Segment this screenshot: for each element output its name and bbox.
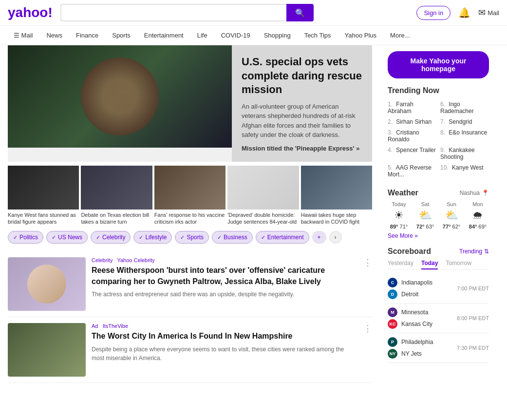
nav-mail[interactable]: ☰ Mail [8, 29, 38, 42]
pill-sports[interactable]: ✓ Sports [175, 231, 209, 244]
pill-entertainment[interactable]: ✓ Entertainment [256, 231, 309, 244]
thumb-item-1[interactable]: Kanye West fans stunned as bridal figure… [8, 166, 79, 226]
chiefs-name: Kansas City [401, 321, 432, 327]
thumb-image-4 [227, 166, 299, 210]
eagles-name: Philadelphia [401, 339, 433, 345]
score-game-3: P Philadelphia NY NY Jets 7:30 PM EDT [388, 333, 489, 363]
mail-label: Mail [488, 9, 499, 17]
trending-item-7[interactable]: 7. Sendgrid [440, 117, 489, 126]
pill-politics[interactable]: ✓ Politics [8, 231, 43, 244]
weather-temps-today: 89° 71° [388, 224, 410, 229]
weather-day-sun: Sun ⛅ 77° 62° [440, 201, 463, 229]
pill-entertainment-label: Entertainment [267, 234, 304, 241]
nav-life[interactable]: Life [191, 29, 213, 42]
nav-techtips[interactable]: Tech Tips [299, 29, 337, 42]
trending-grid: 1. Farrah Abraham 6. Ingo Rademacher 2. … [388, 100, 489, 179]
game-time-2: 8:00 PM EDT [457, 315, 489, 321]
pill-lifestyle-label: Lifestyle [145, 234, 167, 241]
nav-yahooplus[interactable]: Yahoo Plus [339, 29, 383, 42]
colts-name: Indianapolis [401, 279, 432, 286]
thumb-image-2 [81, 166, 152, 210]
nav-news[interactable]: News [40, 29, 68, 42]
weather-header: Weather Nashua 📍 [388, 189, 489, 197]
score-team-eagles: P Philadelphia [388, 337, 433, 347]
score-tab-today[interactable]: Today [421, 260, 438, 269]
thumb-item-3[interactable]: Fans' response to his vaccine criticism … [154, 166, 225, 226]
score-tab-yesterday[interactable]: Yesterday [388, 260, 413, 269]
trending-item-8[interactable]: 8. E&o Insurance [440, 128, 489, 144]
nav-finance[interactable]: Finance [70, 29, 104, 42]
score-tab-tomorrow[interactable]: Tomorrow [446, 260, 471, 269]
weather-icon-today: ☀ [388, 209, 410, 222]
pill-business[interactable]: ✓ Business [212, 231, 253, 244]
trending-item-6[interactable]: 6. Ingo Rademacher [440, 100, 489, 115]
pill-politics-label: Politics [19, 234, 38, 241]
check-icon-business: ✓ [217, 234, 222, 241]
search-input[interactable] [60, 4, 286, 21]
jets-name: NY Jets [401, 350, 433, 357]
sign-in-button[interactable]: Sign in [416, 6, 451, 20]
scoreboard-tabs: Yesterday Today Tomorrow [388, 260, 489, 270]
nav-covid[interactable]: COVID-19 [215, 29, 256, 42]
pill-arrow-right[interactable]: › [329, 231, 342, 244]
trending-sort-label: Trending [459, 248, 482, 255]
game-time-3: 7:30 PM EDT [457, 345, 489, 351]
pill-celebrity-label: Celebrity [102, 234, 125, 241]
nav-entertainment[interactable]: Entertainment [138, 29, 189, 42]
bell-icon[interactable]: 🔔 [458, 7, 470, 19]
make-yahoo-button[interactable]: Make Yahoo your homepage [388, 51, 489, 78]
trending-item-10[interactable]: 10. Kanye West [440, 163, 489, 179]
pill-celebrity[interactable]: ✓ Celebrity [91, 231, 131, 244]
trending-item-2[interactable]: 2. Sirhan Sirhan [388, 117, 436, 126]
article-options-2[interactable]: ⋮ [363, 323, 372, 334]
mail-icon: ✉ [478, 7, 486, 18]
thumb-item-4[interactable]: 'Depraved' double homicide: Judge senten… [227, 166, 299, 226]
article-title-2[interactable]: The Worst City In America Is Found In Ne… [92, 331, 357, 342]
article-category-1[interactable]: Celebrity [92, 257, 113, 263]
nav-sports[interactable]: Sports [106, 29, 136, 42]
nav-more[interactable]: More... [384, 29, 415, 42]
trending-label-2: Sirhan Sirhan [396, 118, 432, 125]
jets-logo: NY [388, 349, 397, 359]
pill-more[interactable]: + [312, 231, 326, 244]
weather-location[interactable]: Nashua 📍 [460, 190, 489, 196]
pill-lifestyle[interactable]: ✓ Lifestyle [133, 231, 172, 244]
article-title-1[interactable]: Reese Witherspoon 'burst into tears' ove… [92, 265, 357, 287]
weather-see-more[interactable]: See More » [388, 232, 489, 239]
mail-link[interactable]: ✉ Mail [478, 7, 499, 18]
filter-pills: ✓ Politics ✓ US News ✓ Celebrity ✓ Lifes… [8, 231, 372, 244]
weather-title: Weather [388, 189, 418, 197]
trending-item-3[interactable]: 3. Cristiano Ronaldo [388, 128, 436, 144]
game-time-1: 7:00 PM EDT [457, 286, 489, 291]
eagles-logo: P [388, 337, 397, 347]
trending-num-5: 5. [388, 164, 393, 171]
hero-title[interactable]: U.S. special ops vets complete daring re… [242, 55, 362, 97]
thumb-item-2[interactable]: Debate on Texas election bill takes a bi… [81, 166, 152, 226]
score-team-jets: NY NY Jets [388, 349, 433, 359]
pill-usnews-label: US News [58, 234, 82, 241]
main-layout: U.S. special ops vets complete daring re… [0, 45, 507, 391]
nav-shopping[interactable]: Shopping [258, 29, 297, 42]
trending-label-9: Kankakee Shooting [440, 147, 475, 160]
trending-label-6: Ingo Rademacher [440, 101, 474, 115]
score-teams-2: M Minnesota KC Kansas City [388, 307, 432, 329]
thumb-caption-1: Kanye West fans stunned as bridal figure… [8, 211, 79, 226]
article-source-1: Yahoo Celebrity [117, 257, 154, 263]
trending-item-1[interactable]: 1. Farrah Abraham [388, 100, 436, 115]
trending-item-9[interactable]: 9. Kankakee Shooting [440, 146, 489, 161]
search-button[interactable]: 🔍 [286, 4, 314, 21]
trending-num-3: 3. [388, 129, 393, 136]
article-options-1[interactable]: ⋮ [363, 257, 372, 268]
thumb-image-5 [301, 166, 372, 210]
check-icon-usnews: ✓ [52, 234, 56, 241]
trending-item-5[interactable]: 5. AAG Reverse Mort... [388, 163, 436, 179]
pill-usnews[interactable]: ✓ US News [46, 231, 88, 244]
hero-link[interactable]: Mission titied the 'Pineapple Express' » [242, 145, 362, 152]
weather-days: Today ☀ 89° 71° Sat ⛅ 72° 63° Sun ⛅ 77° … [388, 201, 489, 229]
thumb-item-5[interactable]: Hawaii takes huge step backward in COVID… [301, 166, 372, 226]
hero-image-inner [8, 45, 232, 148]
trending-item-4[interactable]: 4. Spencer Trailer [388, 146, 436, 161]
search-bar: 🔍 [60, 4, 314, 21]
vikings-name: Minnesota [401, 309, 432, 316]
scoreboard-trending-sort[interactable]: Trending ⇅ [459, 248, 489, 255]
